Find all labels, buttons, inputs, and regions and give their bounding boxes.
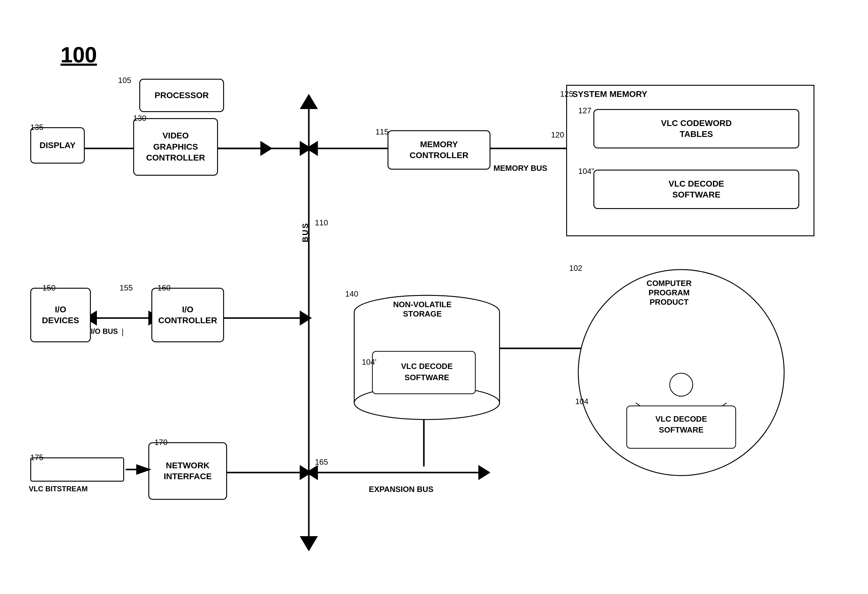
vlc-decode-storage-ref: 104': [362, 358, 376, 367]
svg-marker-5: [300, 536, 318, 551]
video-graphics-ref: 130: [133, 114, 146, 123]
svg-marker-4: [300, 94, 318, 109]
computer-program-label: COMPUTERPROGRAMPRODUCT: [593, 279, 745, 307]
vlc-decode-mem-ref: 104": [578, 167, 594, 176]
svg-marker-10: [306, 141, 318, 156]
vlc-decode-cd-ref: 104: [575, 397, 588, 406]
svg-marker-21: [260, 141, 273, 156]
system-memory-label: SYSTEM MEMORY: [572, 89, 647, 99]
display-ref: 135: [30, 123, 43, 132]
network-interface-box: NETWORKINTERFACE: [148, 442, 227, 500]
svg-marker-32: [306, 465, 318, 480]
io-devices-box: I/ODEVICES: [30, 288, 91, 342]
memory-controller-label: MEMORYCONTROLLER: [410, 139, 468, 161]
vlc-decode-mem-box: VLC DECODESOFTWARE: [593, 170, 799, 209]
non-volatile-ref: 140: [345, 289, 358, 298]
svg-point-48: [670, 373, 693, 396]
vlc-codeword-ref: 127: [578, 106, 591, 115]
svg-rect-44: [372, 352, 475, 394]
bus-ref: 110: [315, 218, 328, 228]
io-devices-label: I/ODEVICES: [42, 304, 79, 326]
expansion-bus-ref: 165: [315, 457, 328, 467]
bus-label: BUS: [301, 176, 310, 242]
io-controller-ref: 160: [158, 283, 170, 293]
video-graphics-box: VIDEOGRAPHICSCONTROLLER: [133, 118, 218, 176]
io-controller-box: I/OCONTROLLER: [151, 288, 224, 342]
svg-text:SOFTWARE: SOFTWARE: [659, 425, 703, 434]
processor-box: PROCESSOR: [139, 79, 224, 112]
vlc-bitstream-text: VLC BITSTREAM: [29, 485, 88, 493]
processor-ref: 105: [118, 76, 131, 85]
diagram: 100: [0, 0, 868, 594]
io-devices-ref: 150: [42, 283, 55, 293]
io-bus-label: I/O BUS: [91, 327, 118, 335]
processor-label: PROCESSOR: [155, 90, 209, 101]
vlc-bitstream-box: [30, 457, 124, 482]
non-volatile-label: NON-VOLATILESTORAGE: [369, 300, 475, 319]
svg-marker-30: [300, 465, 312, 480]
network-interface-ref: 170: [154, 438, 167, 447]
svg-text:SOFTWARE: SOFTWARE: [404, 373, 449, 382]
svg-marker-33: [478, 465, 490, 480]
memory-bus-ref: 120: [551, 130, 564, 140]
io-controller-label: I/OCONTROLLER: [158, 304, 217, 326]
memory-controller-box: MEMORYCONTROLLER: [388, 130, 490, 170]
bitstream-to-ni-arrow: [124, 460, 154, 479]
computer-program-ref: 102: [569, 263, 582, 273]
vlc-decode-mem-label: VLC DECODESOFTWARE: [669, 179, 724, 201]
memory-bus-label: MEMORY BUS: [493, 164, 548, 173]
display-box: DISPLAY: [30, 127, 85, 164]
io-bus-ref: 155: [120, 283, 133, 293]
system-memory-ref: 125: [560, 89, 573, 99]
vlc-codeword-box: VLC CODEWORDTABLES: [593, 109, 799, 148]
svg-text:VLC DECODE: VLC DECODE: [401, 362, 453, 371]
svg-marker-27: [300, 310, 312, 326]
vlc-bitstream-ref: 175: [30, 453, 43, 462]
network-interface-label: NETWORKINTERFACE: [164, 460, 212, 482]
expansion-bus-label: EXPANSION BUS: [321, 485, 481, 494]
vlc-codeword-label: VLC CODEWORDTABLES: [661, 118, 731, 140]
main-title: 100: [61, 43, 97, 67]
svg-marker-8: [300, 141, 312, 156]
display-label: DISPLAY: [40, 140, 76, 151]
svg-text:VLC DECODE: VLC DECODE: [655, 414, 707, 424]
system-memory-box: [566, 85, 815, 236]
memory-controller-ref: 115: [375, 127, 388, 137]
video-graphics-label: VIDEOGRAPHICSCONTROLLER: [146, 130, 205, 163]
